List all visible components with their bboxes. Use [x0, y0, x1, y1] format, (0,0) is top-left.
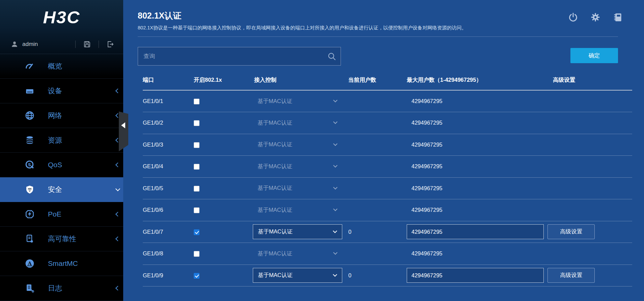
- access-control-value: 基于MAC认证: [258, 141, 292, 148]
- sidebar-item-label: 设备: [48, 86, 62, 96]
- column-header-port: 端口: [143, 76, 194, 90]
- max-users-value: 4294967295: [411, 250, 442, 256]
- sidebar-item-[interactable]: 设备: [0, 79, 123, 103]
- header-actions: [568, 12, 623, 22]
- sidebar-item-[interactable]: 概览: [0, 54, 123, 79]
- enable-802-1x-checkbox[interactable]: [194, 142, 199, 148]
- access-control-select: 基于MAC认证: [253, 159, 342, 174]
- access-control-value: 基于MAC认证: [258, 119, 292, 127]
- reliability-icon: [24, 234, 36, 244]
- max-users-input[interactable]: [407, 268, 544, 283]
- enable-802-1x-checkbox[interactable]: [194, 99, 199, 104]
- access-control-select: 基于MAC认证: [253, 116, 342, 130]
- table-row: GE1/0/6 基于MAC认证 4294967295: [143, 199, 632, 221]
- column-header-enable: 开启802.1x: [194, 76, 254, 90]
- sidebar-item-poe[interactable]: PoE: [0, 202, 123, 227]
- max-users-value: 4294967295: [411, 98, 442, 104]
- sidebar-item-[interactable]: 安全: [0, 177, 123, 202]
- access-control-select[interactable]: 基于MAC认证: [253, 224, 342, 239]
- enable-802-1x-checkbox[interactable]: [194, 251, 199, 257]
- column-header-advanced: 高级设置: [553, 76, 632, 90]
- database-icon: [24, 135, 36, 145]
- enable-802-1x-checkbox[interactable]: [194, 164, 199, 170]
- sidebar-collapse-handle[interactable]: [119, 111, 128, 151]
- port-label: GE1/0/2: [143, 120, 163, 126]
- sidebar-item-[interactable]: 高可靠性: [0, 227, 123, 251]
- sidebar-item-[interactable]: 资源: [0, 128, 123, 153]
- chevron-icon: [115, 89, 120, 93]
- access-control-value: 基于MAC认证: [258, 98, 292, 105]
- enable-802-1x-checkbox[interactable]: [194, 229, 199, 235]
- column-header-access-control: 接入控制: [254, 76, 348, 90]
- sidebar-item-[interactable]: 日志: [0, 276, 123, 301]
- user-bar: admin: [0, 35, 123, 54]
- access-control-select: 基于MAC认证: [253, 137, 342, 152]
- globe-icon: [24, 110, 36, 121]
- access-control-value: 基于MAC认证: [258, 163, 292, 170]
- table-row: GE1/0/1 基于MAC认证 4294967295: [143, 90, 632, 112]
- settings-icon[interactable]: [590, 12, 600, 22]
- column-header-current-users: 当前用户数: [348, 76, 407, 90]
- chevron-icon: [115, 186, 120, 191]
- sidebar-item-qos[interactable]: S QoS: [0, 153, 123, 177]
- port-table: 端口 开启802.1x 接入控制 当前用户数 最大用户数（1-429496729…: [143, 76, 634, 286]
- enable-802-1x-checkbox[interactable]: [194, 273, 199, 279]
- sidebar-item-label: 日志: [48, 283, 62, 293]
- max-users-input[interactable]: [407, 224, 544, 239]
- svg-text:S: S: [28, 162, 31, 167]
- sidebar-item-label: 安全: [48, 185, 62, 194]
- power-icon[interactable]: [568, 12, 578, 22]
- current-users-value: 0: [348, 229, 351, 235]
- advanced-settings-button[interactable]: 高级设置: [547, 268, 595, 283]
- chevron-down-icon: [333, 251, 338, 255]
- guide-icon[interactable]: [613, 12, 623, 22]
- sidebar-item-smartmc[interactable]: A SmartMC: [0, 251, 123, 276]
- gauge-icon: [24, 61, 36, 71]
- port-label: GE1/0/1: [143, 98, 163, 104]
- search-icon[interactable]: [327, 52, 337, 62]
- advanced-settings-button[interactable]: 高级设置: [547, 224, 595, 239]
- access-control-select[interactable]: 基于MAC认证: [253, 268, 342, 283]
- table-row: GE1/0/5 基于MAC认证 4294967295: [143, 177, 632, 199]
- access-control-value: 基于MAC认证: [258, 250, 292, 257]
- port-label: GE1/0/3: [143, 142, 163, 148]
- sidebar-item-label: SmartMC: [48, 259, 78, 268]
- table-row: GE1/0/8 基于MAC认证 4294967295: [143, 243, 632, 265]
- qos-icon: S: [24, 160, 36, 170]
- save-icon[interactable]: [83, 40, 91, 48]
- sidebar-item-label: 概览: [48, 61, 62, 71]
- sidebar: H3C admin 概览 设备 网络 资源: [0, 0, 123, 301]
- sidebar-item-[interactable]: 网络: [0, 103, 123, 128]
- table-row: GE1/0/3 基于MAC认证 4294967295: [143, 134, 632, 156]
- column-header-max-users: 最大用户数（1-4294967295）: [407, 76, 553, 90]
- poe-icon: [24, 209, 36, 219]
- sidebar-item-label: 网络: [48, 111, 62, 120]
- sidebar-item-label: 高可靠性: [48, 234, 76, 244]
- enable-802-1x-checkbox[interactable]: [194, 120, 199, 126]
- table-header-row: 端口 开启802.1x 接入控制 当前用户数 最大用户数（1-429496729…: [143, 76, 632, 90]
- chevron-down-icon: [333, 142, 338, 146]
- search-input[interactable]: [138, 47, 341, 65]
- port-label: GE1/0/8: [143, 250, 163, 256]
- port-label: GE1/0/4: [143, 163, 163, 169]
- port-label: GE1/0/6: [143, 207, 163, 213]
- max-users-value: 4294967295: [411, 142, 442, 148]
- enable-802-1x-checkbox[interactable]: [194, 186, 199, 192]
- access-control-value: 基于MAC认证: [258, 184, 292, 192]
- chevron-icon: [115, 286, 120, 291]
- chevron-down-icon: [333, 185, 338, 190]
- chevron-down-icon: [333, 272, 337, 277]
- current-users-value: 0: [348, 272, 351, 278]
- chevron-icon: [115, 162, 120, 167]
- max-users-value: 4294967295: [411, 207, 442, 213]
- main-content: 802.1X认证 802.1X协议是一种基于端口的网络接入控制协议，即在局域网接…: [123, 0, 644, 301]
- access-control-select: 基于MAC认证: [253, 246, 342, 261]
- divider: [99, 41, 99, 48]
- confirm-button[interactable]: 确定: [570, 48, 618, 63]
- username-label: admin: [22, 41, 38, 48]
- search-box: [138, 47, 341, 66]
- logout-icon[interactable]: [106, 40, 114, 48]
- enable-802-1x-checkbox[interactable]: [194, 207, 199, 213]
- collapse-arrow-icon: [121, 122, 125, 128]
- brand-logo: H3C: [0, 0, 123, 35]
